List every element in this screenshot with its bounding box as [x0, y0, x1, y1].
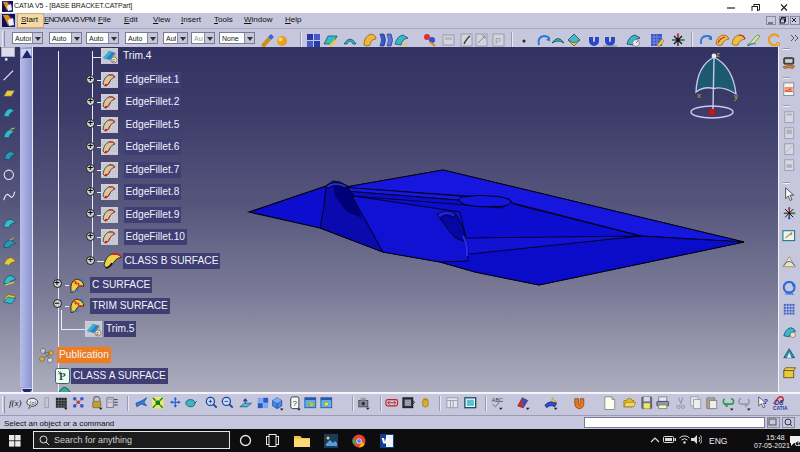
svg-text:PCS: PCS: [785, 87, 794, 92]
svg-text:?: ?: [293, 399, 298, 408]
svg-text:ABC: ABC: [492, 397, 503, 403]
svg-text:z: z: [716, 50, 720, 59]
svg-text:P: P: [59, 370, 66, 382]
svg-text:P: P: [495, 36, 501, 46]
svg-text:CATIA: CATIA: [773, 406, 788, 411]
svg-text:f(x): f(x): [9, 398, 22, 408]
svg-text:DS: DS: [775, 399, 785, 406]
svg-text:y: y: [734, 92, 738, 101]
svg-text:(o): (o): [30, 400, 37, 406]
svg-text:?: ?: [763, 397, 768, 406]
svg-text:x: x: [697, 91, 701, 100]
svg-text:XML: XML: [785, 291, 795, 296]
